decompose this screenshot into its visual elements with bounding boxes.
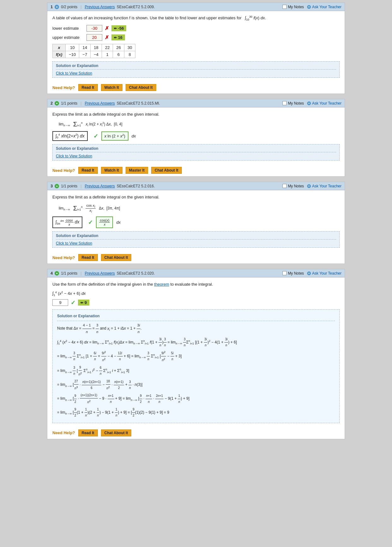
ask-teacher-4[interactable]: ● Ask Your Teacher xyxy=(307,271,342,276)
points-text-2: 1/1 points xyxy=(61,101,77,106)
solution-line-3: = limn→∞ 3n [9n2 Σni=1 i2 − 6n Σni=1 i +… xyxy=(57,365,335,377)
read-it-btn-3[interactable]: Read It xyxy=(78,254,98,261)
header-right-1: My Notes ● Ask Your Teacher xyxy=(282,5,342,9)
header-left-4: 4 ● 1/1 points | Previous Answers SEssCa… xyxy=(50,271,155,276)
chat-about-it-btn-3[interactable]: Chat About It xyxy=(101,254,132,261)
upper-input[interactable]: 20 xyxy=(86,34,102,41)
solution-line-1: ∫14 (x2 − 4x + 6) dx = limn→∞ Σni=1 f(xi… xyxy=(57,337,335,348)
lower-wrong-icon: ✗ xyxy=(105,25,109,31)
table-fx-1: −10 xyxy=(66,51,79,58)
table-fx-5: 6 xyxy=(113,51,124,58)
limit-expr-3: limn→∞ Σi=1n cos xixi Δx, [3π, 4π] xyxy=(59,204,340,213)
header-left-2: 2 ● 1/1 points | Previous Answers SEssCa… xyxy=(50,101,160,106)
upper-wrong-icon: ✗ xyxy=(105,34,109,40)
header-left-1: 1 ● 0/2 points | Previous Answers SEssCa… xyxy=(50,4,155,9)
notes-checkbox-4[interactable] xyxy=(282,271,287,275)
question-block-2: 2 ● 1/1 points | Previous Answers SEssCa… xyxy=(47,99,345,177)
points-icon-3: ● xyxy=(55,184,59,188)
notes-checkbox-3[interactable] xyxy=(282,184,287,188)
solution-link-2[interactable]: Click to View Solution xyxy=(56,154,92,158)
question-number-2: 2 xyxy=(50,101,53,106)
integral-text-1: ∫1030 f(x) dx. xyxy=(245,15,266,20)
ask-teacher-label-1: Ask Your Teacher xyxy=(312,5,342,9)
table-x-30: 30 xyxy=(124,44,135,51)
table-x-10: 10 xyxy=(66,44,79,51)
need-help-bar-1: Need Help? Read It Watch It Chat About I… xyxy=(47,82,345,94)
question-block-4: 4 ● 1/1 points | Previous Answers SEssCa… xyxy=(47,269,345,439)
upper-label: upper estimate xyxy=(52,35,84,40)
chat-about-it-btn-2[interactable]: Chat About It xyxy=(151,167,182,174)
lower-answer-row: lower estimate -30 ✗ ✏ -56 xyxy=(52,25,340,32)
table-header-fx: f(x) xyxy=(53,51,66,58)
watch-it-btn-2[interactable]: Watch It xyxy=(101,167,122,174)
ask-teacher-label-2: Ask Your Teacher xyxy=(312,101,342,106)
prev-answers-4[interactable]: Previous Answers xyxy=(85,271,115,276)
solution-line-6: = limn→∞ [92(1 + 1n)(2 + 1n) − 9(1 + 1n)… xyxy=(57,407,335,418)
prev-answers-1[interactable]: Previous Answers xyxy=(85,5,115,9)
q4-answer-input[interactable]: 9 xyxy=(52,299,68,306)
need-help-label-1: Need Help? xyxy=(52,85,75,90)
upper-correct-val: ✏ 16 xyxy=(111,34,125,40)
ask-teacher-label-3: Ask Your Teacher xyxy=(312,184,342,188)
question-header-3: 3 ● 1/1 points | Previous Answers SEssCa… xyxy=(47,182,345,190)
header-right-3: My Notes ● Ask Your Teacher xyxy=(282,184,342,188)
data-table-1: x 10 14 18 22 26 30 f(x) −10 −7 −4 1 xyxy=(52,44,340,58)
separator-4: | xyxy=(80,271,81,276)
my-notes-1: My Notes xyxy=(282,5,304,9)
chat-about-it-btn-1[interactable]: Chat About It xyxy=(126,84,156,91)
q3-answer-area: ∫3π4π cosxx dx ✓ cos(x)x dx xyxy=(52,216,340,228)
solution-line-5: = limn→∞ [92 · (n+1)(2n+1)n2 − 9 · n+1n … xyxy=(57,392,335,405)
prev-answers-2[interactable]: Previous Answers xyxy=(85,101,115,106)
solution-line-2: = limn→∞ 3n Σni=1 [1 + 6in + 9i2n2 − 4 −… xyxy=(57,349,335,363)
watch-it-btn-1[interactable]: Watch It xyxy=(101,84,122,91)
question-body-1: A table of values of an increasing funct… xyxy=(47,11,345,82)
q4-checkmark: ✓ xyxy=(71,299,75,306)
solution-section-2: Solution or Explanation Click to View So… xyxy=(52,144,340,161)
separator-2: | xyxy=(80,101,81,106)
limit-expr-2: limn→∞ Σi=1n xi ln(2 + xi2) Δx, [0, 4] xyxy=(59,121,340,128)
lower-input[interactable]: -30 xyxy=(86,25,102,32)
notes-checkbox-2[interactable] xyxy=(282,101,287,105)
points-icon-4: ● xyxy=(55,271,59,276)
integral-box-2: ∫04 xln(2+x2) dx xyxy=(52,131,88,141)
points-icon-2: ● xyxy=(55,101,59,106)
table-x-14: 14 xyxy=(79,44,91,51)
read-it-btn-2[interactable]: Read It xyxy=(78,167,98,174)
ask-teacher-2[interactable]: ● Ask Your Teacher xyxy=(307,101,342,106)
question-text-1: A table of values of an increasing funct… xyxy=(52,15,340,22)
question-text-4: Use the form of the definition of the in… xyxy=(52,281,340,288)
header-left-3: 3 ● 1/1 points | Previous Answers SEssCa… xyxy=(50,184,155,188)
table-fx-6: 8 xyxy=(124,51,135,58)
table-header-x: x xyxy=(53,44,66,51)
ask-teacher-1[interactable]: ● Ask Your Teacher xyxy=(307,5,342,9)
checkmark-2: ✓ xyxy=(93,133,98,140)
my-notes-label-4: My Notes xyxy=(288,271,304,276)
prev-answers-3[interactable]: Previous Answers xyxy=(85,184,115,188)
theorem-link[interactable]: theorem xyxy=(154,282,169,287)
ask-icon-1: ● xyxy=(307,5,311,9)
problem-code-3: SEssCalcET2 5.2.016. xyxy=(117,184,155,188)
table-fx-4: 1 xyxy=(102,51,113,58)
points-icon-1: ● xyxy=(55,5,59,9)
table-x-26: 26 xyxy=(113,44,124,51)
read-it-btn-1[interactable]: Read It xyxy=(78,84,98,91)
read-it-btn-4[interactable]: Read It xyxy=(78,429,98,436)
header-right-4: My Notes ● Ask Your Teacher xyxy=(282,271,342,276)
question-number-4: 4 xyxy=(50,271,53,276)
solution-link-1[interactable]: Click to View Solution xyxy=(56,71,92,76)
q4-answer-row: 9 ✓ ✏ 9 xyxy=(52,299,340,306)
notes-checkbox-1[interactable] xyxy=(282,5,287,9)
problem-code-4: SEssCalcET2 5.2.020. xyxy=(117,271,155,276)
need-help-label-3: Need Help? xyxy=(52,255,75,260)
ask-teacher-3[interactable]: ● Ask Your Teacher xyxy=(307,184,342,188)
solution-link-3[interactable]: Click to View Solution xyxy=(56,241,92,246)
problem-code-1: SEssCalcET2 5.2.009. xyxy=(117,5,155,9)
ask-teacher-label-4: Ask Your Teacher xyxy=(312,271,342,276)
question-number-3: 3 xyxy=(50,184,53,188)
question-header-1: 1 ● 0/2 points | Previous Answers SEssCa… xyxy=(47,3,345,11)
chat-about-it-btn-4[interactable]: Chat About It xyxy=(101,429,132,436)
points-text-3: 1/1 points xyxy=(61,184,77,188)
ask-icon-4: ● xyxy=(307,271,311,275)
master-it-btn-2[interactable]: Master It xyxy=(126,167,148,174)
my-notes-3: My Notes xyxy=(282,184,304,188)
